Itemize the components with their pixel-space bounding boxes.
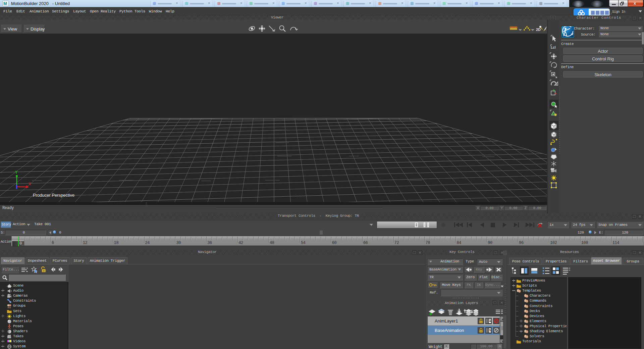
svg-text:X: X bbox=[29, 182, 31, 187]
svg-text:Y: Y bbox=[15, 170, 17, 175]
svg-text:2D: 2D bbox=[536, 28, 541, 32]
svg-text:Lcl: Lcl bbox=[551, 46, 556, 49]
